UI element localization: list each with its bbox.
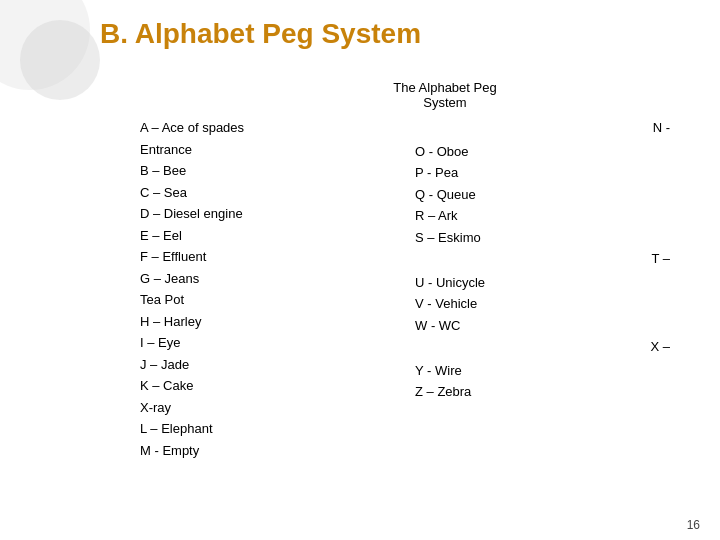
columns-wrapper: A – Ace of spadesEntranceB – BeeC – SeaD…	[140, 118, 690, 460]
content-area: The Alphabet Peg System A – Ace of spade…	[140, 80, 690, 510]
right-item-14: Y - Wire	[415, 361, 690, 381]
left-item-3: C – Sea	[140, 183, 415, 203]
left-item-1: Entrance	[140, 140, 415, 160]
left-item-4: D – Diesel engine	[140, 204, 415, 224]
right-item-5: R – Ark	[415, 206, 690, 226]
left-item-2: B – Bee	[140, 161, 415, 181]
right-item-12: X –	[415, 337, 690, 357]
left-item-11: J – Jade	[140, 355, 415, 375]
left-item-10: I – Eye	[140, 333, 415, 353]
subtitle-line2: System	[423, 95, 466, 110]
right-item-10: V - Vehicle	[415, 294, 690, 314]
page-title: B. Alphabet Peg System	[100, 18, 421, 50]
left-item-14: L – Elephant	[140, 419, 415, 439]
left-item-7: G – Jeans	[140, 269, 415, 289]
right-item-7: T –	[415, 249, 690, 269]
subtitle-line1: The Alphabet Peg	[393, 80, 496, 95]
left-item-13: X-ray	[140, 398, 415, 418]
left-item-5: E – Eel	[140, 226, 415, 246]
right-item-0: N -	[415, 118, 690, 138]
subtitle: The Alphabet Peg System	[200, 80, 690, 110]
left-item-0: A – Ace of spades	[140, 118, 415, 138]
page-number: 16	[687, 518, 700, 532]
left-item-12: K – Cake	[140, 376, 415, 396]
right-item-3: P - Pea	[415, 163, 690, 183]
left-item-15: M - Empty	[140, 441, 415, 461]
left-item-9: H – Harley	[140, 312, 415, 332]
right-item-11: W - WC	[415, 316, 690, 336]
left-item-6: F – Effluent	[140, 247, 415, 267]
right-item-4: Q - Queue	[415, 185, 690, 205]
left-item-8: Tea Pot	[140, 290, 415, 310]
col-left: A – Ace of spadesEntranceB – BeeC – SeaD…	[140, 118, 415, 460]
decorative-circle-2	[20, 20, 100, 100]
right-item-2: O - Oboe	[415, 142, 690, 162]
col-right: N -O - OboeP - PeaQ - QueueR – ArkS – Es…	[415, 118, 690, 460]
right-item-6: S – Eskimo	[415, 228, 690, 248]
right-item-15: Z – Zebra	[415, 382, 690, 402]
right-item-9: U - Unicycle	[415, 273, 690, 293]
